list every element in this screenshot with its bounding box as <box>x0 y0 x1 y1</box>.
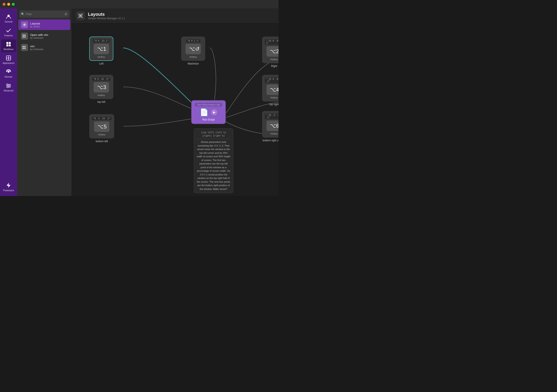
maximize-key-symbol: ⌥↺ <box>189 46 199 52</box>
top-right-label: top right <box>269 103 278 106</box>
node-hotkey-bottom-left[interactable]: "0 .5 .55 .5" ⌥5 Hotkey bottom left <box>89 114 114 143</box>
general-label: General <box>5 21 12 23</box>
right-label: Right <box>271 65 277 68</box>
header-icon <box>76 11 85 20</box>
top-right-type: Hotkey <box>270 96 278 99</box>
sidebar-item-open-with-vim[interactable]: Open with vim by Unknown <box>18 31 70 41</box>
search-bar[interactable]: 🔍 ⚙ <box>19 10 69 18</box>
layouts-author: by JGAui <box>30 25 40 28</box>
remote-icon <box>6 69 12 75</box>
node-hotkey-left[interactable]: "0 0 .55 1" ⌥1 Hotkey Left <box>89 37 113 65</box>
node-hotkey-right[interactable]: ".55 0 .45 1" ⌥2 Hotkey Right <box>262 37 278 68</box>
search-icon: 🔍 <box>21 12 25 16</box>
sidebar-item-vim[interactable]: vim by Unknown <box>18 42 70 53</box>
bottom-right-key-symbol: ⌥6 <box>270 123 278 129</box>
left-param: "0 0 .55 1" <box>93 39 110 42</box>
maximize-param: "0 0 1 1" <box>186 39 200 42</box>
run-script-node[interactable]: /usr/bin/osascript 📄 ▶ Run Script <box>191 100 226 124</box>
left-type: Hotkey <box>98 56 105 58</box>
sidebar-item-advanced[interactable]: Advanced <box>1 81 16 94</box>
bottom-left-label: bottom left <box>96 140 108 143</box>
play-button[interactable]: ▶ <box>211 109 217 115</box>
sidebar: 🔍 ⚙ Layouts by JGAui <box>17 8 72 196</box>
tooltip-box: [top left] [left %] [right] [right %] Re… <box>194 128 233 193</box>
sidebar-item-general[interactable]: General <box>1 12 16 25</box>
top-right-key-symbol: ⌥4 <box>270 87 278 92</box>
vim-name: vim <box>30 45 43 48</box>
sidebar-item-appearance[interactable]: Appearance <box>1 53 16 66</box>
svg-rect-4 <box>9 44 11 46</box>
tooltip-body: Resize parameters look something like: 0… <box>197 140 230 191</box>
bottom-left-key-icon: ⌥5 <box>94 121 109 132</box>
workflow-canvas[interactable]: "0 0 .55 1" ⌥1 Hotkey Left "0 0 1 1" ⌥↺ … <box>72 23 278 196</box>
sidebar-item-layouts[interactable]: Layouts by JGAui <box>18 19 70 30</box>
sidebar-item-features[interactable]: Features <box>1 26 16 39</box>
workflows-label: Workflows <box>3 48 14 50</box>
sidebar-item-remote[interactable]: Remote <box>1 67 16 80</box>
left-nav: General Features Workflows <box>0 8 17 196</box>
features-label: Features <box>4 34 13 37</box>
top-left-label: top left <box>97 100 105 104</box>
bottom-right-param: ".55 .5 .45 .5" <box>265 114 278 119</box>
page-subtitle: Simple Window Manager v2.1.1 <box>88 17 125 20</box>
right-param: ".55 0 .45 1" <box>265 39 278 45</box>
gear-button[interactable]: ⚙ <box>64 12 68 17</box>
titlebar <box>0 0 278 8</box>
script-path: /usr/bin/osascript <box>195 103 222 106</box>
tooltip-line1: [top left] [left %] <box>197 131 230 134</box>
top-left-key-symbol: ⌥3 <box>97 84 106 90</box>
advanced-label: Advanced <box>4 90 13 92</box>
search-input[interactable] <box>26 12 63 16</box>
svg-point-13 <box>9 85 10 86</box>
content-header: Layouts Simple Window Manager v2.1.1 <box>72 8 278 23</box>
left-key-symbol: ⌥1 <box>97 46 106 52</box>
right-type: Hotkey <box>270 58 278 61</box>
svg-rect-21 <box>23 46 24 47</box>
node-hotkey-bottom-right[interactable]: ".55 .5 .45 .5" ⌥6 Hotkey bottom right s… <box>262 111 278 142</box>
bottom-right-label: bottom right smaller <box>262 139 278 142</box>
open-with-vim-icon <box>21 33 28 40</box>
svg-rect-17 <box>23 34 24 36</box>
node-hotkey-top-left[interactable]: "0 0 .55 .5" ⌥3 Hotkey top left <box>89 75 113 104</box>
svg-rect-2 <box>9 42 11 44</box>
advanced-icon <box>6 82 12 89</box>
node-hotkey-maximize[interactable]: "0 0 1 1" ⌥↺ Hotkey Maximize <box>181 37 205 65</box>
workflows-icon <box>6 41 12 47</box>
open-with-vim-author: by Unknown <box>30 37 48 39</box>
maximize-key-icon: ⌥↺ <box>186 44 201 54</box>
script-icon: 📄 <box>200 108 208 116</box>
right-key-icon: ⌥2 <box>266 46 278 57</box>
remote-label: Remote <box>5 76 12 78</box>
svg-point-8 <box>8 71 9 73</box>
left-label: Left <box>99 62 104 65</box>
svg-rect-20 <box>24 36 26 38</box>
open-with-vim-name: Open with vim <box>30 33 48 37</box>
maximize-type: Hotkey <box>189 56 197 58</box>
maximize-label: Maximize <box>188 62 199 65</box>
top-right-key-icon: ⌥4 <box>266 84 278 95</box>
node-hotkey-top-right[interactable]: ".55 0 .45 .5" ⌥4 Hotkey top right <box>262 75 278 106</box>
appearance-icon <box>6 55 12 61</box>
layouts-icon <box>21 21 28 28</box>
svg-rect-22 <box>24 46 26 47</box>
powerpack-icon <box>6 182 12 188</box>
run-script-label: Run Script <box>202 118 215 121</box>
top-right-param: ".55 0 .45 .5" <box>265 77 278 83</box>
svg-point-12 <box>7 84 8 85</box>
svg-rect-3 <box>6 44 8 46</box>
general-icon <box>6 14 12 20</box>
powerpack-label: Powerpack <box>3 189 14 192</box>
maximize-button[interactable] <box>12 3 15 6</box>
sidebar-item-workflows[interactable]: Workflows <box>1 39 16 52</box>
appearance-label: Appearance <box>3 62 15 64</box>
sidebar-item-powerpack[interactable]: Powerpack <box>1 180 16 193</box>
top-left-type: Hotkey <box>98 94 105 97</box>
svg-rect-24 <box>24 48 26 49</box>
left-key-icon: ⌥1 <box>94 44 109 54</box>
close-button[interactable] <box>3 3 6 6</box>
top-left-key-icon: ⌥3 <box>94 82 109 92</box>
svg-rect-18 <box>24 34 26 36</box>
minimize-button[interactable] <box>7 3 10 6</box>
right-key-symbol: ⌥2 <box>270 48 278 54</box>
svg-rect-19 <box>23 36 24 38</box>
